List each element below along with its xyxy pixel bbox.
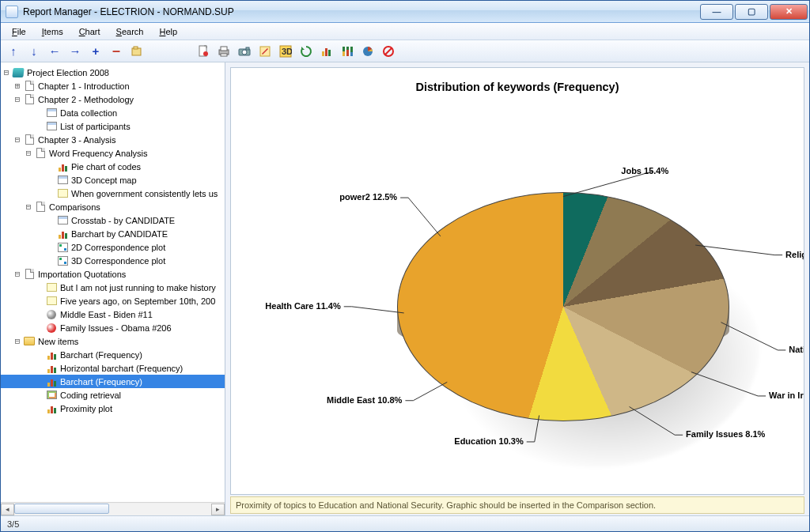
tree-node[interactable]: Barchart (Frequency)	[1, 348, 225, 361]
remove-button[interactable]: –	[108, 43, 124, 59]
tree-node[interactable]: Coding retrieval	[1, 388, 225, 402]
pie-label: Religion 15.7%	[785, 250, 804, 259]
menu-search[interactable]: Search	[110, 25, 150, 38]
tree-node[interactable]: 2D Correspondence plot	[1, 240, 225, 254]
content-pane: Distribution of keywords (Frequency) Job…	[225, 62, 809, 515]
menu-help[interactable]: Help	[153, 25, 184, 38]
pie-label: power2 12.5%	[282, 192, 397, 202]
svg-point-8	[242, 50, 247, 55]
svg-rect-6	[221, 54, 227, 56]
minimize-button[interactable]: —	[700, 4, 733, 20]
svg-rect-1	[134, 47, 138, 49]
tree-node[interactable]: ⊟Importation Quotations	[1, 267, 225, 281]
svg-line-24	[385, 48, 392, 55]
svg-point-3	[203, 51, 208, 56]
tree-node[interactable]: ⊟Chapter 2 - Methodology	[1, 92, 225, 106]
statusbar: 3/5	[1, 515, 809, 531]
print-button[interactable]	[216, 43, 232, 59]
tree-node[interactable]: Horizontal barchart (Frequency)	[1, 361, 225, 375]
chart-area: Distribution of keywords (Frequency) Job…	[230, 67, 804, 495]
tree-node[interactable]: But I am not just running to make histor…	[1, 281, 225, 294]
pie-label: National Security 7.7%	[789, 345, 804, 354]
svg-rect-5	[221, 47, 227, 51]
add-button[interactable]: +	[88, 43, 104, 59]
note-bar: Proximity of topics to Education and Nat…	[230, 496, 804, 514]
tree-node[interactable]: Crosstab - by CANDIDATE	[1, 213, 225, 227]
menu-items[interactable]: Items	[36, 25, 70, 38]
close-button[interactable]: ✕	[770, 4, 808, 20]
pie-label: Education 10.3%	[408, 436, 524, 446]
svg-rect-19	[346, 50, 349, 56]
tree-node[interactable]: Pie chart of codes	[1, 160, 225, 173]
maximize-button[interactable]: ▢	[735, 4, 768, 20]
tree-node[interactable]: Five years ago, on September 10th, 200	[1, 294, 225, 308]
status-text: 3/5	[7, 519, 19, 529]
pie-label: Family Issues 8.1%	[686, 429, 765, 439]
svg-text:3D: 3D	[282, 47, 292, 56]
doc-button[interactable]	[195, 43, 211, 59]
menubar: File Items Chart Search Help	[1, 23, 809, 40]
tree-node[interactable]: 3D Correspondence plot	[1, 254, 225, 267]
project-tree[interactable]: ⊟Project Election 2008⊞Chapter 1 - Intro…	[1, 62, 225, 418]
tree-node[interactable]: When government consistently lets us	[1, 187, 225, 200]
tree-node[interactable]: ⊟Comparisons	[1, 200, 225, 213]
toolbar: ↑ ↓ ← → + – 3D	[1, 40, 809, 62]
pie-label: Middle East 10.8%	[286, 395, 402, 405]
tree-node[interactable]: Barchart (Frequency)	[1, 375, 225, 388]
tree-node[interactable]: Family Issues - Obama #206	[1, 321, 225, 334]
tree-node[interactable]: Middle East - Biden #11	[1, 308, 225, 321]
svg-rect-15	[328, 50, 331, 56]
tree-node[interactable]: ⊟Word Frequency Analysis	[1, 146, 225, 160]
nav-down-button[interactable]: ↓	[26, 43, 42, 59]
tree-node[interactable]: 3D Concept map	[1, 173, 225, 187]
tree-node[interactable]: Barchart by CANDIDATE	[1, 227, 225, 240]
app-icon	[6, 6, 18, 18]
pie-button[interactable]	[360, 43, 376, 59]
titlebar: Report Manager - ELECTRION - NORMAND.SUP…	[1, 1, 809, 23]
svg-rect-21	[350, 52, 353, 56]
menu-chart[interactable]: Chart	[73, 25, 107, 38]
nav-right-button[interactable]: →	[67, 43, 83, 59]
svg-rect-13	[322, 51, 324, 56]
pie-label: War in Iraq 8.0%	[769, 391, 804, 400]
svg-rect-17	[343, 51, 345, 56]
chart-title: Distribution of keywords (Frequency)	[231, 81, 804, 93]
barchart-button[interactable]	[319, 43, 335, 59]
stop-button[interactable]	[380, 43, 396, 59]
pie-label: Jobs 15.4%	[621, 166, 668, 175]
edit-button[interactable]	[257, 43, 273, 59]
camera-button[interactable]	[237, 43, 252, 59]
tree-node[interactable]: Data collection	[1, 106, 225, 119]
tree-node[interactable]: ⊞Chapter 1 - Introduction	[1, 79, 225, 92]
refresh-button[interactable]	[298, 43, 314, 59]
menu-file[interactable]: File	[6, 25, 32, 38]
tree-node[interactable]: ⊟New items	[1, 334, 225, 348]
tree-hscrollbar[interactable]: ◂▸	[1, 502, 225, 515]
tree-pane: ⊟Project Election 2008⊞Chapter 1 - Intro…	[1, 62, 225, 515]
tree-node[interactable]: ⊟Chapter 3 - Analysis	[1, 133, 225, 146]
nav-up-button[interactable]: ↑	[6, 43, 21, 59]
export-button[interactable]	[129, 43, 145, 59]
pie-chart	[397, 192, 729, 421]
window-title: Report Manager - ELECTRION - NORMAND.SUP	[23, 6, 700, 17]
stacked-button[interactable]	[339, 43, 355, 59]
3d-button[interactable]: 3D	[278, 43, 293, 59]
tree-node[interactable]: ⊟Project Election 2008	[1, 66, 225, 79]
pie-label: Health Care 11.4%	[230, 301, 341, 311]
svg-rect-14	[325, 48, 327, 56]
tree-node[interactable]: Proximity plot	[1, 402, 225, 415]
svg-rect-9	[246, 47, 249, 50]
tree-node[interactable]: List of participants	[1, 119, 225, 133]
nav-left-button[interactable]: ←	[47, 43, 62, 59]
